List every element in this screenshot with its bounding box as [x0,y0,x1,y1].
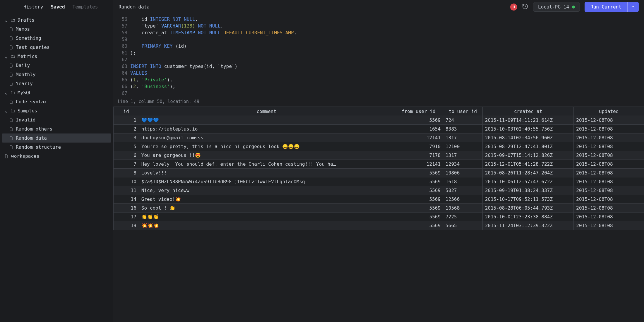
table-cell[interactable]: 1317 [443,151,483,160]
table-cell[interactable]: 2015-11-24T03:12:39.322Z [482,221,573,230]
run-button-dropdown[interactable] [627,2,639,12]
file-something[interactable]: Something [2,34,111,43]
file-memos[interactable]: Memos [2,25,111,34]
file-random-structure[interactable]: Random structure [2,143,111,152]
table-cell[interactable]: 14 [114,195,139,204]
table-cell[interactable]: 1654 [394,125,443,133]
table-cell[interactable]: 2015-09-19T01:38:24.337Z [482,186,573,195]
table-cell[interactable]: 1317 [443,133,483,142]
table-cell[interactable]: 2015-08-28T06:05:44.793Z [482,204,573,213]
tab-history[interactable]: History [23,4,43,10]
table-cell[interactable]: 5569 [394,186,443,195]
table-cell[interactable]: 2015-10-06T12:57:47.672Z [482,177,573,186]
table-cell[interactable]: 10568 [443,204,483,213]
table-row[interactable]: 1💙💙💙55697242015-11-09T14:11:21.614Z2015-… [114,116,644,125]
table-cell[interactable]: 2015-12-08T08 [574,221,644,230]
table-cell[interactable]: 5569 [394,213,443,221]
table-cell[interactable]: 8 [114,169,139,177]
table-cell[interactable]: https://tableplus.io [139,125,394,133]
column-header[interactable]: to_user_id [443,107,483,116]
folder-samples[interactable]: ⌄ Samples [2,106,111,115]
results-grid[interactable]: idcommentfrom_user_idto_user_idcreated_a… [113,107,644,322]
table-cell[interactable]: 2015-12-08T08 [574,195,644,204]
run-button[interactable]: Run Current [585,2,639,12]
table-cell[interactable]: 2015-12-08T08 [574,133,644,142]
table-cell[interactable]: 1 [114,116,139,125]
file-ramdom-others[interactable]: Ramdom others [2,124,111,133]
table-cell[interactable]: 2015-12-08T08 [574,142,644,151]
table-row[interactable]: 3duchuykun@gmail.comsss1214113172015-08-… [114,133,644,142]
table-row[interactable]: 19💥💥💥556956652015-11-24T03:12:39.322Z201… [114,221,644,230]
table-cell[interactable]: 11 [114,186,139,195]
table-cell[interactable]: 3 [114,133,139,142]
table-cell[interactable]: 7178 [394,151,443,160]
table-cell[interactable]: You are gorgeous !!😍 [139,151,394,160]
file-code-syntax[interactable]: Code syntax [2,97,111,106]
table-row[interactable]: 6You are gorgeous !!😍717813172015-09-07T… [114,151,644,160]
table-cell[interactable]: Nice, very niceww [139,186,394,195]
table-row[interactable]: 7Hey lovely! You should def. enter the C… [114,160,644,169]
table-cell[interactable]: 2015-12-08T08 [574,125,644,133]
table-cell[interactable]: 2015-12-08T08 [574,116,644,125]
table-cell[interactable]: 2015-12-08T08 [574,204,644,213]
file-invalid[interactable]: Invalid [2,115,111,124]
table-cell[interactable]: 1618 [443,177,483,186]
avatar[interactable]: H [510,4,517,11]
history-icon[interactable] [522,3,528,11]
table-cell[interactable]: 12141 [394,160,443,169]
table-cell[interactable]: 10 [114,177,139,186]
table-cell[interactable]: 2015-12-08T08 [574,169,644,177]
table-row[interactable]: 5You're so pretty, this is a nice ni gor… [114,142,644,151]
connection-selector[interactable]: Local-PG 14 [533,2,580,12]
table-cell[interactable]: 2015-12-08T08 [574,177,644,186]
table-cell[interactable]: 👏👏👏 [139,213,394,221]
table-cell[interactable]: 12100 [443,142,483,151]
table-cell[interactable]: 16 [114,204,139,213]
table-cell[interactable]: 5569 [394,195,443,204]
column-header[interactable]: updated [574,107,644,116]
table-cell[interactable]: 5569 [394,177,443,186]
table-cell[interactable]: 2015-08-26T11:28:47.204Z [482,169,573,177]
table-cell[interactable]: 2015-12-08T08 [574,160,644,169]
table-row[interactable]: 8Lovely!!!5569108062015-08-26T11:28:47.2… [114,169,644,177]
table-cell[interactable]: 8383 [443,125,483,133]
table-cell[interactable]: duchuykun@gmail.comsss [139,133,394,142]
table-row[interactable]: 14Great video!💥5569125662015-10-17T09:52… [114,195,644,204]
table-cell[interactable]: 2015-10-17T09:52:11.573Z [482,195,573,204]
table-cell[interactable]: 724 [443,116,483,125]
table-cell[interactable]: 2 [114,125,139,133]
table-cell[interactable]: 2015-10-01T23:23:38.884Z [482,213,573,221]
table-cell[interactable]: Hey lovely! You should def. enter the Ch… [139,160,394,169]
table-cell[interactable]: 10806 [443,169,483,177]
table-cell[interactable]: 2015-11-09T14:11:21.614Z [482,116,573,125]
table-cell[interactable]: 2015-08-29T12:47:41.801Z [482,142,573,151]
table-cell[interactable]: Lovely!!! [139,169,394,177]
table-cell[interactable]: 7225 [443,213,483,221]
table-cell[interactable]: 6 [114,151,139,160]
folder-metrics[interactable]: ⌄ Metrics [2,52,111,61]
file-monthly[interactable]: Monthly [2,70,111,79]
column-header[interactable]: id [114,107,139,116]
table-cell[interactable]: 2015-12-08T08 [574,213,644,221]
table-cell[interactable]: $2a$10$HZLN88PNuWWi4ZuS91Ib8dR98Ijt0kblv… [139,177,394,186]
file-workspaces[interactable]: workspaces [2,152,111,161]
table-cell[interactable]: 7910 [394,142,443,151]
table-cell[interactable]: Great video!💥 [139,195,394,204]
folder-drafts[interactable]: ⌄ Drafts [2,16,111,25]
column-header[interactable]: created_at [482,107,573,116]
table-cell[interactable]: 💥💥💥 [139,221,394,230]
table-cell[interactable]: 5 [114,142,139,151]
folder-mysql[interactable]: ⌄ MySQL [2,88,111,97]
table-cell[interactable]: 12934 [443,160,483,169]
table-cell[interactable]: So cool ! 👏 [139,204,394,213]
table-row[interactable]: 10$2a$10$HZLN88PNuWWi4ZuS91Ib8dR98Ijt0kb… [114,177,644,186]
table-cell[interactable]: 12141 [394,133,443,142]
table-cell[interactable]: 2015-12-01T05:41:28.722Z [482,160,573,169]
file-yearly[interactable]: Yearly [2,79,111,88]
table-cell[interactable]: 5569 [394,221,443,230]
column-header[interactable]: from_user_id [394,107,443,116]
table-cell[interactable]: 5569 [394,204,443,213]
table-cell[interactable]: 12566 [443,195,483,204]
table-cell[interactable]: You're so pretty, this is a nice ni gorg… [139,142,394,151]
table-row[interactable]: 17👏👏👏556972252015-10-01T23:23:38.884Z201… [114,213,644,221]
